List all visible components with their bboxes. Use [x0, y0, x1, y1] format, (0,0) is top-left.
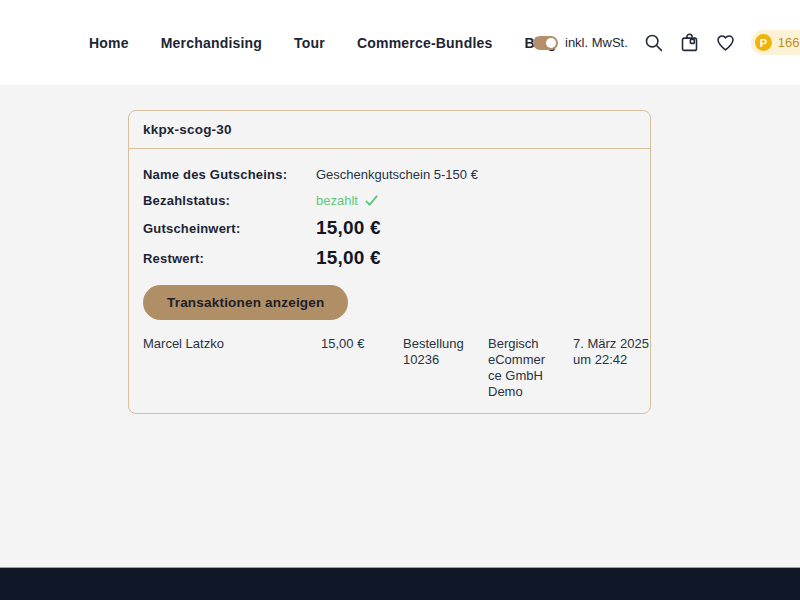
paid-text: bezahlt [316, 193, 358, 208]
payment-status-value: bezahlt [316, 193, 379, 208]
points-p-icon: P [755, 34, 772, 51]
heart-icon[interactable] [715, 32, 736, 53]
main-nav: Home Merchandising Tour Commerce-Bundles… [89, 0, 556, 85]
bag-icon[interactable] [679, 32, 700, 53]
page-content: kkpx-scog-30 Name des Gutscheins: Gesche… [0, 85, 800, 567]
voucher-value-label: Gutscheinwert: [143, 221, 316, 236]
voucher-name-label: Name des Gutscheins: [143, 167, 316, 182]
voucher-card: kkpx-scog-30 Name des Gutscheins: Gesche… [128, 110, 651, 414]
check-icon [364, 193, 379, 208]
remaining-value-amount: 15,00 € [316, 247, 381, 269]
show-transactions-button[interactable]: Transaktionen anzeigen [143, 285, 348, 320]
top-header: Home Merchandising Tour Commerce-Bundles… [0, 0, 800, 85]
voucher-name-row: Name des Gutscheins: Geschenkgutschein 5… [143, 161, 636, 187]
search-icon[interactable] [643, 32, 664, 53]
transaction-row: Marcel Latzko 15,00 € Bestellung 10236 B… [143, 336, 636, 399]
payment-status-label: Bezahlstatus: [143, 193, 316, 208]
header-controls: inkl. MwSt. P 1660 ▾ [533, 0, 800, 85]
payment-status-row: Bezahlstatus: bezahlt [143, 187, 636, 213]
page-footer [0, 567, 800, 600]
toggle-switch[interactable] [533, 36, 558, 50]
voucher-name-value: Geschenkgutschein 5-150 € [316, 167, 478, 182]
voucher-value-amount: 15,00 € [316, 217, 381, 239]
voucher-card-body: Name des Gutscheins: Geschenkgutschein 5… [129, 149, 650, 413]
transaction-amount: 15,00 € [321, 336, 403, 352]
nav-item-tour[interactable]: Tour [294, 35, 325, 51]
nav-item-merchandising[interactable]: Merchandising [161, 35, 262, 51]
nav-item-commerce-bundles[interactable]: Commerce-Bundles [357, 35, 492, 51]
vat-toggle[interactable]: inkl. MwSt. [533, 35, 628, 50]
voucher-value-row: Gutscheinwert: 15,00 € [143, 213, 636, 243]
points-badge[interactable]: P 1660 ▾ [751, 30, 800, 55]
vat-toggle-label: inkl. MwSt. [565, 35, 628, 50]
points-value: 1660 [778, 35, 800, 50]
nav-item-home[interactable]: Home [89, 35, 129, 51]
toggle-knob [546, 38, 556, 48]
voucher-code: kkpx-scog-30 [129, 111, 650, 149]
transaction-date: 7. März 2025 um 22:42 [573, 336, 655, 368]
transaction-customer: Marcel Latzko [143, 336, 321, 352]
remaining-value-label: Restwert: [143, 251, 316, 266]
remaining-value-row: Restwert: 15,00 € [143, 243, 636, 273]
transaction-company: Bergisch eCommerce GmbH Demo [488, 336, 573, 399]
transaction-order: Bestellung 10236 [403, 336, 488, 368]
